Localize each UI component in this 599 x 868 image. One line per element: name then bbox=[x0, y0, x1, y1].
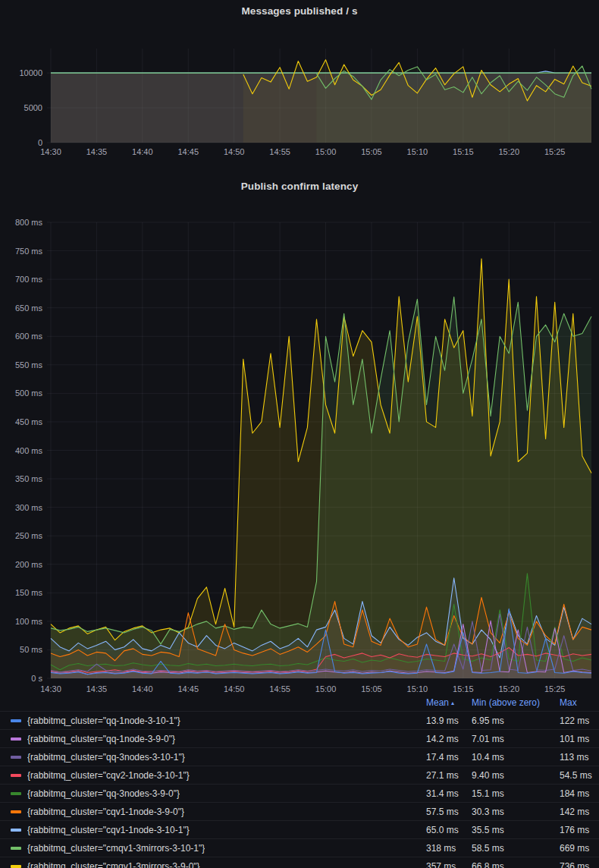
min-value: 7.01 ms bbox=[472, 734, 560, 744]
svg-text:700 ms: 700 ms bbox=[15, 275, 43, 284]
max-value: 54.5 ms bbox=[560, 770, 599, 781]
legend-name-cell: {rabbitmq_cluster="cmqv1-3mirrors-3-9-0"… bbox=[0, 861, 426, 868]
max-value: 122 ms bbox=[560, 715, 599, 726]
svg-text:14:55: 14:55 bbox=[269, 147, 290, 156]
mean-value: 31.4 ms bbox=[426, 788, 472, 799]
legend-name-cell: {rabbitmq_cluster="cqv2-1node-3-10-1"} bbox=[0, 770, 426, 781]
svg-text:14:30: 14:30 bbox=[40, 147, 61, 156]
max-value: 184 ms bbox=[560, 788, 599, 799]
min-value: 9.40 ms bbox=[472, 770, 560, 781]
svg-text:15:00: 15:00 bbox=[315, 684, 337, 693]
svg-text:14:35: 14:35 bbox=[86, 684, 108, 693]
svg-text:200 ms: 200 ms bbox=[15, 560, 43, 569]
svg-text:15:00: 15:00 bbox=[315, 147, 337, 156]
svg-text:750 ms: 750 ms bbox=[15, 247, 43, 256]
series-color-swatch bbox=[11, 829, 21, 832]
series-fills bbox=[51, 60, 591, 143]
svg-text:15:25: 15:25 bbox=[544, 147, 566, 156]
svg-text:14:40: 14:40 bbox=[132, 684, 153, 693]
min-value: 58.5 ms bbox=[472, 843, 560, 854]
series-label: {rabbitmq_cluster="cmqv1-3mirrors-3-9-0"… bbox=[27, 861, 200, 868]
legend-row[interactable]: {rabbitmq_cluster="cqv2-1node-3-10-1"} 2… bbox=[0, 766, 599, 784]
publish-confirm-latency-chart-canvas[interactable]: 0 s50 ms100 ms150 ms200 ms250 ms300 ms35… bbox=[0, 196, 599, 694]
legend-row[interactable]: {rabbitmq_cluster="cmqv1-3mirrors-3-10-1… bbox=[0, 838, 599, 857]
max-value: 113 ms bbox=[560, 752, 599, 763]
legend-row[interactable]: {rabbitmq_cluster="cqv1-1node-3-9-0"} 57… bbox=[0, 802, 599, 820]
max-value: 101 ms bbox=[560, 734, 599, 744]
series-label: {rabbitmq_cluster="qq-1node-3-9-0"} bbox=[27, 734, 175, 744]
min-value: 66.8 ms bbox=[472, 861, 560, 868]
series-label: {rabbitmq_cluster="qq-3nodes-3-10-1"} bbox=[27, 752, 185, 763]
svg-text:600 ms: 600 ms bbox=[15, 332, 43, 341]
panel-messages-published: Messages published / s 050001000014:3014… bbox=[0, 0, 599, 171]
legend-rows: {rabbitmq_cluster="qq-1node-3-10-1"} 13.… bbox=[0, 711, 599, 868]
legend-column-max[interactable]: Max bbox=[560, 697, 599, 708]
svg-text:450 ms: 450 ms bbox=[15, 417, 43, 426]
legend-row[interactable]: {rabbitmq_cluster="qq-3nodes-3-9-0"} 31.… bbox=[0, 784, 599, 802]
svg-text:650 ms: 650 ms bbox=[15, 303, 43, 313]
min-value: 35.5 ms bbox=[472, 825, 560, 835]
min-value: 30.3 ms bbox=[472, 807, 560, 817]
panel-title[interactable]: Messages published / s bbox=[0, 0, 599, 21]
svg-text:550 ms: 550 ms bbox=[15, 360, 43, 370]
series-color-swatch bbox=[11, 792, 21, 795]
svg-text:10000: 10000 bbox=[19, 68, 42, 77]
max-value: 176 ms bbox=[560, 825, 599, 835]
panel-title[interactable]: Publish confirm latency bbox=[0, 171, 599, 196]
mean-value: 357 ms bbox=[426, 861, 472, 868]
series-label: {rabbitmq_cluster="cmqv1-3mirrors-3-10-1… bbox=[27, 843, 205, 854]
legend-row[interactable]: {rabbitmq_cluster="cmqv1-3mirrors-3-9-0"… bbox=[0, 857, 599, 868]
svg-text:15:20: 15:20 bbox=[498, 147, 519, 156]
series-label: {rabbitmq_cluster="cqv1-1node-3-10-1"} bbox=[27, 825, 190, 835]
series-color-swatch bbox=[11, 719, 21, 722]
series-color-swatch bbox=[11, 865, 21, 868]
legend-name-cell: {rabbitmq_cluster="qq-1node-3-9-0"} bbox=[0, 734, 426, 744]
messages-published-chart-canvas[interactable]: 050001000014:3014:3514:4014:4514:5014:55… bbox=[0, 21, 599, 171]
dashboard-root: { "page": { "bg": "#111217", "grid_color… bbox=[0, 0, 599, 868]
mean-value: 27.1 ms bbox=[426, 770, 472, 781]
min-value: 15.1 ms bbox=[472, 788, 560, 799]
series-color-swatch bbox=[11, 847, 21, 850]
mean-value: 57.5 ms bbox=[426, 807, 472, 817]
svg-text:50 ms: 50 ms bbox=[20, 645, 42, 654]
legend-name-cell: {rabbitmq_cluster="cmqv1-3mirrors-3-10-1… bbox=[0, 843, 426, 854]
svg-text:300 ms: 300 ms bbox=[15, 503, 43, 512]
svg-text:100 ms: 100 ms bbox=[15, 617, 43, 626]
series-label: {rabbitmq_cluster="cqv1-1node-3-9-0"} bbox=[27, 807, 184, 817]
legend-row[interactable]: {rabbitmq_cluster="qq-1node-3-10-1"} 13.… bbox=[0, 711, 599, 729]
sort-asc-icon: ▴ bbox=[451, 700, 454, 706]
series-color-swatch bbox=[11, 774, 21, 777]
legend-name-cell: {rabbitmq_cluster="qq-1node-3-10-1"} bbox=[0, 715, 426, 726]
legend-row[interactable]: {rabbitmq_cluster="cqv1-1node-3-10-1"} 6… bbox=[0, 820, 599, 838]
svg-text:800 ms: 800 ms bbox=[15, 218, 43, 227]
legend-row[interactable]: {rabbitmq_cluster="qq-3nodes-3-10-1"} 17… bbox=[0, 747, 599, 766]
min-value: 6.95 ms bbox=[472, 715, 560, 726]
mean-value: 13.9 ms bbox=[426, 715, 472, 726]
svg-text:400 ms: 400 ms bbox=[15, 446, 43, 455]
series-label: {rabbitmq_cluster="cqv2-1node-3-10-1"} bbox=[27, 770, 190, 781]
max-value: 142 ms bbox=[560, 807, 599, 817]
svg-text:150 ms: 150 ms bbox=[15, 588, 43, 597]
legend-column-mean[interactable]: Mean▴ bbox=[426, 697, 472, 708]
mean-value: 17.4 ms bbox=[426, 752, 472, 763]
svg-text:15:05: 15:05 bbox=[361, 147, 382, 156]
series-label: {rabbitmq_cluster="qq-1node-3-10-1"} bbox=[27, 715, 180, 726]
legend-row[interactable]: {rabbitmq_cluster="qq-1node-3-9-0"} 14.2… bbox=[0, 729, 599, 747]
series-color-swatch bbox=[11, 810, 21, 813]
legend-name-cell: {rabbitmq_cluster="qq-3nodes-3-9-0"} bbox=[0, 788, 426, 799]
svg-text:15:10: 15:10 bbox=[407, 147, 428, 156]
svg-text:15:25: 15:25 bbox=[544, 684, 566, 693]
max-value: 669 ms bbox=[560, 843, 599, 854]
svg-text:14:55: 14:55 bbox=[269, 684, 290, 693]
svg-text:15:05: 15:05 bbox=[361, 684, 382, 693]
svg-text:14:45: 14:45 bbox=[178, 147, 199, 156]
legend-column-min[interactable]: Min (above zero) bbox=[472, 697, 560, 708]
series-color-swatch bbox=[11, 737, 21, 741]
series-color-swatch bbox=[11, 756, 21, 759]
svg-text:500 ms: 500 ms bbox=[15, 388, 43, 398]
mean-value: 318 ms bbox=[426, 843, 472, 854]
svg-text:14:45: 14:45 bbox=[178, 684, 199, 693]
svg-text:0: 0 bbox=[38, 138, 42, 147]
legend-header: Mean▴ Min (above zero) Max bbox=[0, 694, 599, 711]
svg-text:15:10: 15:10 bbox=[407, 684, 428, 693]
